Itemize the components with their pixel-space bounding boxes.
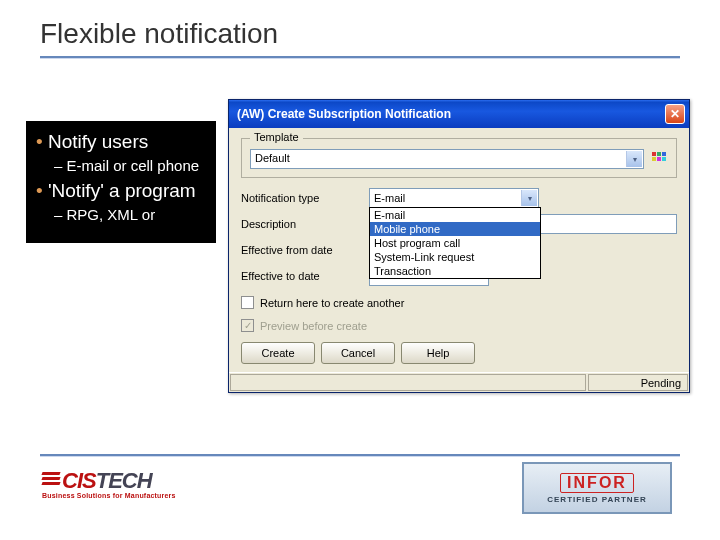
titlebar[interactable]: (AW) Create Subscription Notification ✕ — [229, 100, 689, 128]
chevron-down-icon: ▾ — [626, 151, 642, 167]
close-icon: ✕ — [670, 107, 680, 121]
cistech-bars-icon — [42, 472, 60, 487]
cistech-suffix: TECH — [96, 468, 152, 493]
footer-rule — [40, 454, 680, 457]
svg-rect-5 — [662, 157, 666, 161]
svg-rect-4 — [657, 157, 661, 161]
label-description: Description — [241, 218, 361, 230]
svg-rect-3 — [652, 157, 656, 161]
bullet-rpg-xml: RPG, XML or — [54, 206, 206, 223]
svg-rect-1 — [657, 152, 661, 156]
preview-checkbox: ✓ — [241, 319, 254, 332]
return-here-label: Return here to create another — [260, 297, 404, 309]
status-pending: Pending — [588, 374, 688, 391]
notification-type-value: E-mail — [374, 192, 405, 204]
form-grid: Notification type E-mail ▾ E-mail Mobile… — [241, 188, 677, 286]
chevron-down-icon: ▾ — [521, 190, 537, 206]
label-eff-to: Effective to date — [241, 270, 361, 282]
return-here-checkbox[interactable] — [241, 296, 254, 309]
dropdown-item-mobile[interactable]: Mobile phone — [370, 222, 540, 236]
return-here-row: Return here to create another — [241, 296, 677, 309]
template-fieldset: Template Default ▾ — [241, 138, 677, 178]
dialog-window: (AW) Create Subscription Notification ✕ … — [228, 99, 690, 393]
bullet-notify-program: 'Notify' a program — [36, 180, 206, 202]
button-row: Create Cancel Help — [241, 342, 677, 364]
help-button[interactable]: Help — [401, 342, 475, 364]
cistech-prefix: CIS — [62, 468, 96, 493]
template-value: Default — [255, 152, 290, 164]
preview-row: ✓ Preview before create — [241, 319, 677, 332]
slide-title: Flexible notification — [0, 0, 720, 56]
cistech-logo: CISTECH Business Solutions for Manufactu… — [42, 468, 222, 499]
dropdown-item-syslink[interactable]: System-Link request — [370, 250, 540, 264]
cancel-button[interactable]: Cancel — [321, 342, 395, 364]
title-underline — [40, 56, 680, 59]
status-left — [230, 374, 586, 391]
window-body: Template Default ▾ Notification type E-m… — [229, 128, 689, 372]
statusbar: Pending — [229, 372, 689, 392]
label-notification-type: Notification type — [241, 192, 361, 204]
template-legend: Template — [250, 131, 303, 143]
svg-rect-2 — [662, 152, 666, 156]
infor-cp: CERTIFIED PARTNER — [547, 495, 647, 504]
notification-type-combo[interactable]: E-mail ▾ E-mail Mobile phone Host progra… — [369, 188, 539, 208]
dropdown-item-transaction[interactable]: Transaction — [370, 264, 540, 278]
bullet-notify-users: Notify users — [36, 131, 206, 153]
dropdown-item-email[interactable]: E-mail — [370, 208, 540, 222]
titlebar-text: (AW) Create Subscription Notification — [237, 107, 665, 121]
cistech-tagline: Business Solutions for Manufacturers — [42, 492, 222, 499]
notification-type-dropdown: E-mail Mobile phone Host program call Sy… — [369, 207, 541, 279]
svg-rect-0 — [652, 152, 656, 156]
bullet-email-cell: E-mail or cell phone — [54, 157, 206, 174]
dropdown-item-host[interactable]: Host program call — [370, 236, 540, 250]
close-button[interactable]: ✕ — [665, 104, 685, 124]
infor-brand: INFOR — [567, 474, 627, 491]
template-select[interactable]: Default ▾ — [250, 149, 644, 169]
create-button[interactable]: Create — [241, 342, 315, 364]
preview-label: Preview before create — [260, 320, 367, 332]
wizard-icon[interactable] — [650, 150, 668, 168]
infor-logo: INFOR CERTIFIED PARTNER — [522, 462, 672, 514]
label-eff-from: Effective from date — [241, 244, 361, 256]
bullet-box: Notify users E-mail or cell phone 'Notif… — [26, 121, 216, 243]
